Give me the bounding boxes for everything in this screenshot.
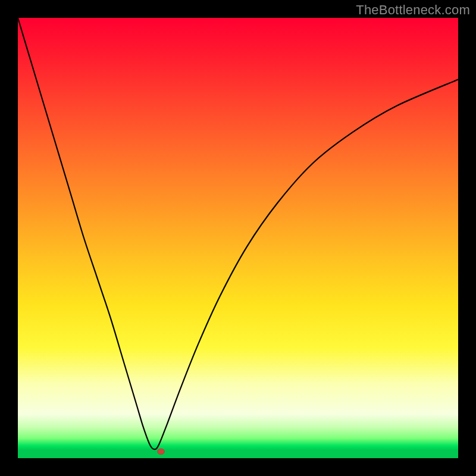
bottleneck-curve [18, 18, 458, 449]
plot-area [18, 18, 458, 458]
curve-svg [18, 18, 458, 458]
chart-frame: TheBottleneck.com [0, 0, 476, 476]
watermark-text: TheBottleneck.com [356, 2, 470, 18]
notch-marker-dot [158, 449, 165, 455]
